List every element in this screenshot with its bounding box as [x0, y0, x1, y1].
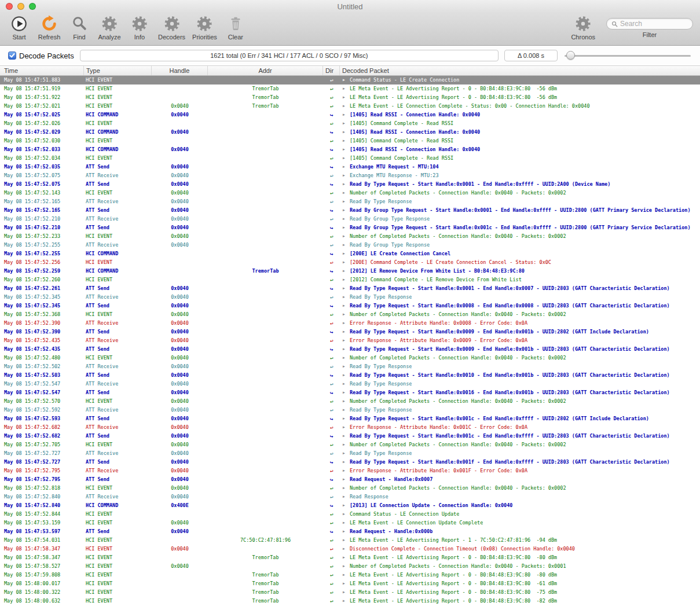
packet-row[interactable]: May 08 15:47:52.260HCI EVENT↩▶[2012] Com…: [0, 276, 700, 284]
packet-row[interactable]: May 08 15:47:53.597ATT Send0x0040↪▶Read …: [0, 527, 700, 536]
disclosure-triangle-icon[interactable]: ▶: [343, 180, 350, 189]
packet-row[interactable]: May 08 15:47:52.818HCI EVENT0x0040↩▶Numb…: [0, 484, 700, 493]
disclosure-triangle-icon[interactable]: ▶: [343, 484, 350, 493]
packet-row[interactable]: May 08 15:47:59.808HCI EVENTTremorTab↩▶L…: [0, 571, 700, 579]
disclosure-triangle-icon[interactable]: ▶: [343, 310, 350, 319]
disclosure-triangle-icon[interactable]: ▶: [343, 406, 350, 414]
decode-packets-checkbox[interactable]: [8, 52, 16, 60]
disclosure-triangle-icon[interactable]: ▶: [343, 154, 350, 163]
disclosure-triangle-icon[interactable]: ▶: [343, 588, 350, 597]
column-header-decoded[interactable]: Decoded Packet: [340, 66, 700, 75]
packet-row[interactable]: May 08 15:47:52.261ATT Send0x0040↪▶Read …: [0, 284, 700, 293]
packet-row[interactable]: May 08 15:47:51.922HCI EVENTTremorTab↩▶L…: [0, 93, 700, 102]
packet-row[interactable]: May 08 15:47:52.368HCI EVENT0x0040↩▶Numb…: [0, 310, 700, 319]
disclosure-triangle-icon[interactable]: ▶: [343, 562, 350, 571]
search-field[interactable]: [606, 18, 693, 30]
packet-row[interactable]: May 08 15:47:52.480HCI EVENT0x0040↩▶Numb…: [0, 354, 700, 362]
disclosure-triangle-icon[interactable]: ▶: [343, 362, 350, 371]
delta-time-display[interactable]: Δ 0.008 s: [504, 50, 558, 61]
packet-row[interactable]: May 08 15:47:52.795ATT Receive0x0040↩▶Er…: [0, 467, 700, 475]
disclosure-triangle-icon[interactable]: ▶: [343, 276, 350, 284]
toolbar-button-refresh[interactable]: Refresh: [36, 13, 63, 42]
disclosure-triangle-icon[interactable]: ▶: [343, 215, 350, 223]
packet-row[interactable]: May 08 15:47:52.840ATT Receive0x0040↩▶Re…: [0, 493, 700, 501]
packet-row[interactable]: May 08 15:47:52.503ATT Send0x0040↪▶Read …: [0, 371, 700, 380]
toolbar-button-info[interactable]: Info: [126, 13, 153, 42]
packet-row[interactable]: May 08 15:47:52.795ATT Send0x0040↪▶Read …: [0, 475, 700, 484]
packet-row[interactable]: May 08 15:47:52.021HCI EVENT0x0040Tremor…: [0, 102, 700, 111]
packet-row[interactable]: May 08 15:47:52.682ATT Receive0x0040↩▶Er…: [0, 423, 700, 432]
packet-row[interactable]: May 08 15:47:52.345ATT Send0x0040↪▶Read …: [0, 302, 700, 310]
packet-row[interactable]: May 08 15:47:52.233HCI EVENT0x0040↩▶Numb…: [0, 232, 700, 241]
column-header-type[interactable]: Type: [84, 66, 152, 75]
packet-row[interactable]: May 08 15:47:52.727ATT Send0x0040↪▶Read …: [0, 458, 700, 467]
decode-packets-toggle[interactable]: Decode Packets: [8, 52, 74, 60]
packet-row[interactable]: May 08 15:47:52.030HCI EVENT↩▶[1405] Com…: [0, 137, 700, 145]
toolbar-button-chronos[interactable]: Chronos: [569, 13, 597, 42]
disclosure-triangle-icon[interactable]: ▶: [343, 380, 350, 388]
column-header-addr[interactable]: Addr: [208, 66, 323, 75]
disclosure-triangle-icon[interactable]: ▶: [343, 371, 350, 380]
minimize-button[interactable]: [17, 3, 24, 10]
packet-row[interactable]: May 08 15:47:52.165ATT Send0x0040↪▶Read …: [0, 206, 700, 215]
disclosure-triangle-icon[interactable]: ▶: [343, 519, 350, 527]
disclosure-triangle-icon[interactable]: ▶: [343, 111, 350, 119]
disclosure-triangle-icon[interactable]: ▶: [343, 93, 350, 102]
disclosure-triangle-icon[interactable]: ▶: [343, 128, 350, 137]
disclosure-triangle-icon[interactable]: ▶: [343, 467, 350, 475]
disclosure-triangle-icon[interactable]: ▶: [343, 223, 350, 232]
history-slider[interactable]: [563, 50, 692, 61]
packet-row[interactable]: May 08 15:47:52.727ATT Receive0x0040↩▶Re…: [0, 449, 700, 458]
packet-row[interactable]: May 08 15:47:52.255HCI COMMAND↪▶[200E] L…: [0, 249, 700, 258]
packet-row[interactable]: May 08 15:47:52.705HCI EVENT0x0040↩▶Numb…: [0, 440, 700, 449]
column-header-time[interactable]: Time: [0, 66, 84, 75]
disclosure-triangle-icon[interactable]: ▶: [343, 536, 350, 545]
packet-row[interactable]: May 08 15:47:54.031HCI EVENT7C:50:C2:47:…: [0, 536, 700, 545]
disclosure-triangle-icon[interactable]: ▶: [343, 501, 350, 510]
packet-row[interactable]: May 08 15:47:58.347HCI EVENT0x0040↩▶Disc…: [0, 545, 700, 553]
disclosure-triangle-icon[interactable]: ▶: [343, 397, 350, 406]
packet-row[interactable]: May 08 15:47:52.345ATT Receive0x0040↩▶Re…: [0, 293, 700, 302]
disclosure-triangle-icon[interactable]: ▶: [343, 475, 350, 484]
disclosure-triangle-icon[interactable]: ▶: [343, 137, 350, 145]
disclosure-triangle-icon[interactable]: ▶: [343, 102, 350, 111]
disclosure-triangle-icon[interactable]: ▶: [343, 145, 350, 154]
packet-row[interactable]: May 08 15:47:52.844HCI EVENT↩▶Command St…: [0, 510, 700, 519]
toolbar-button-priorities[interactable]: Priorities: [190, 13, 219, 42]
packet-row[interactable]: May 08 15:47:52.029HCI COMMAND0x0040↪▶[1…: [0, 128, 700, 137]
disclosure-triangle-icon[interactable]: ▶: [343, 354, 350, 362]
disclosure-triangle-icon[interactable]: ▶: [343, 336, 350, 345]
disclosure-triangle-icon[interactable]: ▶: [343, 553, 350, 562]
packet-row[interactable]: May 08 15:47:52.165ATT Receive0x0040↩▶Re…: [0, 197, 700, 206]
disclosure-triangle-icon[interactable]: ▶: [343, 258, 350, 267]
packet-row[interactable]: May 08 15:47:52.435ATT Send0x0040↪▶Read …: [0, 345, 700, 354]
disclosure-triangle-icon[interactable]: ▶: [343, 293, 350, 302]
packet-row[interactable]: May 08 15:47:52.026HCI EVENT↩▶[1405] Com…: [0, 119, 700, 128]
toolbar-button-clear[interactable]: Clear: [222, 13, 249, 42]
packet-row[interactable]: May 08 15:47:51.883HCI EVENT↩▶Command St…: [0, 76, 700, 85]
disclosure-triangle-icon[interactable]: ▶: [343, 579, 350, 588]
packet-row[interactable]: May 08 15:48:00.017HCI EVENTTremorTab↩▶L…: [0, 579, 700, 588]
packet-row[interactable]: May 08 15:47:52.547ATT Receive0x0040↩▶Re…: [0, 380, 700, 388]
disclosure-triangle-icon[interactable]: ▶: [343, 571, 350, 579]
column-header-dir[interactable]: Dir: [323, 66, 340, 75]
disclosure-triangle-icon[interactable]: ▶: [343, 432, 350, 440]
disclosure-triangle-icon[interactable]: ▶: [343, 206, 350, 215]
packet-row[interactable]: May 08 15:47:52.259HCI COMMANDTremorTab↪…: [0, 267, 700, 276]
disclosure-triangle-icon[interactable]: ▶: [343, 328, 350, 336]
packet-row[interactable]: May 08 15:47:52.682ATT Send0x0040↪▶Read …: [0, 432, 700, 440]
packet-row[interactable]: May 08 15:48:00.632HCI EVENTTremorTab↩▶L…: [0, 597, 700, 605]
disclosure-triangle-icon[interactable]: ▶: [343, 85, 350, 93]
disclosure-triangle-icon[interactable]: ▶: [343, 119, 350, 128]
packet-row[interactable]: May 08 15:47:52.255ATT Receive0x0040↩▶Re…: [0, 241, 700, 249]
packet-row[interactable]: May 08 15:47:52.502ATT Receive0x0040↩▶Re…: [0, 362, 700, 371]
disclosure-triangle-icon[interactable]: ▶: [343, 249, 350, 258]
disclosure-triangle-icon[interactable]: ▶: [343, 440, 350, 449]
disclosure-triangle-icon[interactable]: ▶: [343, 449, 350, 458]
packet-row[interactable]: May 08 15:47:53.159HCI EVENT0x0040↩▶LE M…: [0, 519, 700, 527]
packet-row[interactable]: May 08 15:47:58.527HCI EVENT0x0040↩▶Numb…: [0, 562, 700, 571]
packet-row[interactable]: May 08 15:47:52.033HCI COMMAND0x0040↪▶[1…: [0, 145, 700, 154]
toolbar-button-analyze[interactable]: Analyze: [96, 13, 123, 42]
disclosure-triangle-icon[interactable]: ▶: [343, 267, 350, 276]
disclosure-triangle-icon[interactable]: ▶: [343, 458, 350, 467]
